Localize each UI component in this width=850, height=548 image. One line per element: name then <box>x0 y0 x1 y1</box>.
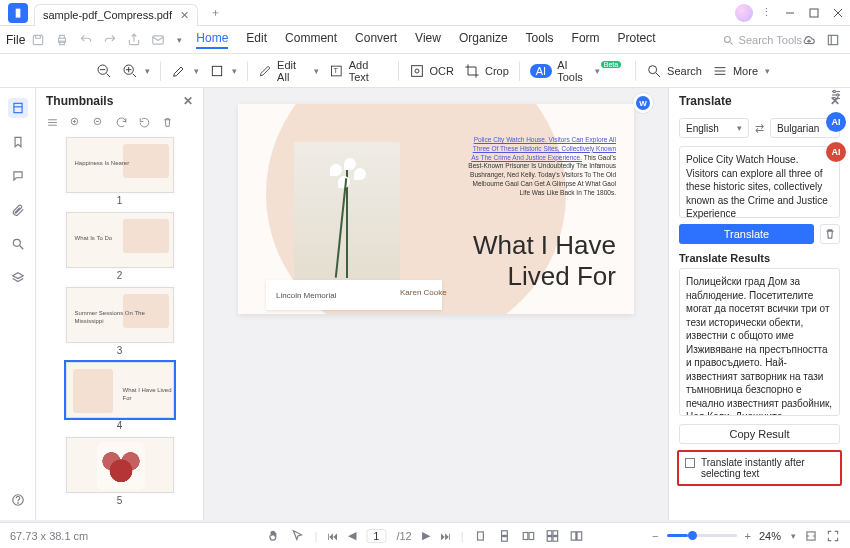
thumb-delete-icon[interactable] <box>161 116 174 129</box>
menu-tools[interactable]: Tools <box>526 31 554 49</box>
rail-layers-icon[interactable] <box>8 268 28 288</box>
page-title: What I Have Lived For <box>473 230 616 292</box>
view-two-icon[interactable] <box>522 529 536 543</box>
page-input[interactable]: 1 <box>366 529 386 543</box>
menu-view[interactable]: View <box>415 31 441 49</box>
svg-rect-47 <box>478 531 484 539</box>
clear-button[interactable] <box>820 224 840 244</box>
zoom-out-status-icon[interactable]: − <box>652 530 658 542</box>
thumb-zoomin-icon[interactable] <box>69 116 82 129</box>
thumbnail-page-3[interactable]: Summer Sessions On The Mississippi <box>66 287 174 343</box>
view-continuous-icon[interactable] <box>498 529 512 543</box>
rail-attachments-icon[interactable] <box>8 200 28 220</box>
close-tab-icon[interactable]: ✕ <box>180 9 189 22</box>
edit-all-button[interactable]: Edit All▾ <box>258 59 319 83</box>
export-word-badge[interactable]: W <box>632 92 654 114</box>
thumb-rotate-icon[interactable] <box>115 116 128 129</box>
hand-tool-icon[interactable] <box>266 529 280 543</box>
more-button[interactable]: More▾ <box>712 63 770 79</box>
page-total: /12 <box>396 530 411 542</box>
save-icon[interactable] <box>31 33 45 47</box>
ai-summary-icon[interactable]: AI <box>826 142 846 162</box>
ocr-button[interactable]: OCR <box>409 63 454 79</box>
svg-point-8 <box>724 36 730 42</box>
result-text-area[interactable]: Полицейски град Дом за наблюдение. Посет… <box>679 268 840 416</box>
prev-page-icon[interactable]: ◀ <box>348 529 356 542</box>
file-menu[interactable]: File <box>6 33 25 47</box>
add-text-button[interactable]: TAdd Text <box>329 59 388 83</box>
ai-tools-button[interactable]: AIAI Tools▾Beta <box>530 59 625 83</box>
zoom-in-status-icon[interactable]: + <box>745 530 751 542</box>
ai-orb-icon[interactable] <box>735 4 753 22</box>
source-text-area[interactable]: Police City Watch House. Visitors can ex… <box>679 146 840 218</box>
zoom-in-button[interactable]: ▾ <box>122 63 150 79</box>
share-icon[interactable] <box>127 33 141 47</box>
svg-rect-54 <box>547 536 552 541</box>
highlighter-button[interactable]: ▾ <box>171 63 199 79</box>
properties-icon[interactable] <box>829 88 843 102</box>
rail-bookmarks-icon[interactable] <box>8 132 28 152</box>
view-single-icon[interactable] <box>474 529 488 543</box>
close-window-button[interactable] <box>826 2 850 24</box>
svg-rect-51 <box>529 532 534 539</box>
thumbnail-page-2[interactable]: What Is To Do <box>66 212 174 268</box>
thumbnail-page-1[interactable]: Happiness Is Nearer <box>66 137 174 193</box>
thumbnail-page-5[interactable] <box>66 437 174 493</box>
thumb-list-icon[interactable] <box>46 116 59 129</box>
crop-button[interactable]: Crop <box>464 63 509 79</box>
swap-languages-icon[interactable]: ⇄ <box>755 122 764 135</box>
zoom-out-button[interactable] <box>96 63 112 79</box>
cloud-upload-icon[interactable] <box>802 33 816 47</box>
menu-form[interactable]: Form <box>572 31 600 49</box>
search-tools-field[interactable]: Search Tools <box>721 33 802 47</box>
document-page[interactable]: Lincoln Memorial Karen Cooke Police City… <box>238 104 634 314</box>
fullscreen-icon[interactable] <box>826 529 840 543</box>
copy-result-button[interactable]: Copy Result <box>679 424 840 444</box>
ai-chat-icon[interactable]: AI <box>826 112 846 132</box>
translate-button[interactable]: Translate <box>679 224 814 244</box>
thumb-zoomout-icon[interactable] <box>92 116 105 129</box>
thumb-rotate2-icon[interactable] <box>138 116 151 129</box>
kebab-menu-icon[interactable]: ⋮ <box>761 6 772 19</box>
next-page-icon[interactable]: ▶ <box>422 529 430 542</box>
menu-protect[interactable]: Protect <box>618 31 656 49</box>
source-language-select[interactable]: English▾ <box>679 118 749 138</box>
maximize-button[interactable] <box>802 2 826 24</box>
close-thumbnails-icon[interactable]: ✕ <box>183 94 193 108</box>
rail-comments-icon[interactable] <box>8 166 28 186</box>
shape-button[interactable]: ▾ <box>209 63 237 79</box>
document-tab[interactable]: sample-pdf_Compress.pdf ✕ <box>34 4 198 26</box>
thumb-number: 3 <box>117 345 123 356</box>
view-two-cont-icon[interactable] <box>546 529 560 543</box>
instant-checkbox[interactable] <box>685 458 695 468</box>
rail-search-icon[interactable] <box>8 234 28 254</box>
svg-rect-55 <box>553 536 558 541</box>
thumbnail-page-4[interactable]: What I Have Lived For <box>66 362 174 418</box>
mail-icon[interactable] <box>151 33 165 47</box>
search-button[interactable]: Search <box>646 63 702 79</box>
first-page-icon[interactable]: ⏮ <box>327 530 338 542</box>
read-mode-icon[interactable] <box>570 529 584 543</box>
menu-organize[interactable]: Organize <box>459 31 508 49</box>
zoom-slider[interactable] <box>667 534 737 537</box>
add-tab-button[interactable]: ＋ <box>204 2 226 24</box>
print-icon[interactable] <box>55 33 69 47</box>
zoom-readout: 24% <box>759 530 781 542</box>
menu-edit[interactable]: Edit <box>246 31 267 49</box>
quickbar-more-icon[interactable]: ▾ <box>177 35 182 45</box>
fit-width-icon[interactable] <box>804 529 818 543</box>
rail-thumbnails-icon[interactable] <box>8 98 28 118</box>
svg-line-16 <box>133 73 136 76</box>
select-tool-icon[interactable] <box>290 529 304 543</box>
expand-icon[interactable] <box>826 33 840 47</box>
minimize-button[interactable] <box>778 2 802 24</box>
rail-help-icon[interactable] <box>8 490 28 510</box>
redo-icon[interactable] <box>103 33 117 47</box>
menu-home[interactable]: Home <box>196 31 228 49</box>
menu-comment[interactable]: Comment <box>285 31 337 49</box>
svg-rect-6 <box>60 41 65 45</box>
last-page-icon[interactable]: ⏭ <box>440 530 451 542</box>
instant-translate-option[interactable]: Translate instantly after selecting text <box>677 450 842 486</box>
menu-convert[interactable]: Convert <box>355 31 397 49</box>
undo-icon[interactable] <box>79 33 93 47</box>
